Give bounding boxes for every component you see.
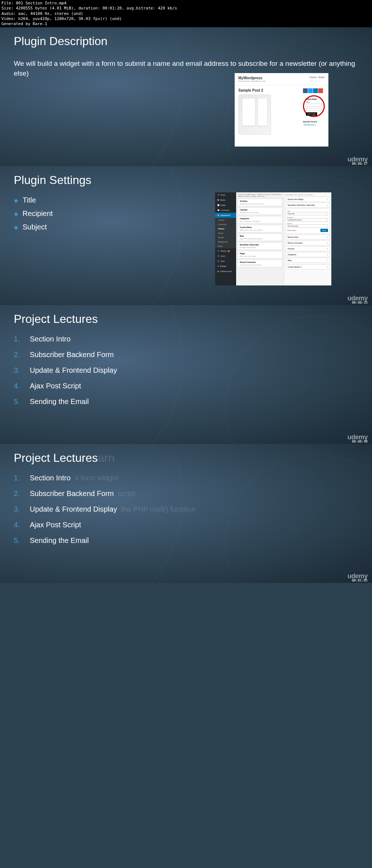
meta-file: File: 001 Section Intro.mp4 [1, 1, 371, 6]
lecture-item: Update & Frontend Display the PHP mail()… [14, 505, 372, 513]
google-plus-icon [318, 88, 323, 93]
menu-tools: 🔧 Tools [215, 259, 236, 264]
sidebar-widgets-column: Add widgets here to appear in your sideb… [284, 192, 332, 285]
ghost-text: the PHP mail() function [121, 505, 195, 513]
social-icons [303, 88, 325, 93]
menu-todos: 📌 Todos [215, 192, 236, 197]
linkedin-icon [313, 88, 318, 93]
subscribe-widget-highlighted: SUBSCRIBE! Name SUBSCRIBE [303, 95, 325, 117]
post-title: Sample Post 2 [238, 88, 299, 92]
wordpress-frontend-thumbnail: Home Todos MyWordpress Just another Word… [235, 73, 328, 147]
zone-categories: Categories▾ [286, 252, 330, 257]
recent-posts-heading: RECENT POSTS • Sample Post 2 [303, 119, 325, 126]
meta-gen: Generated by Rare-1 [1, 21, 371, 27]
lecture-item: Sending the Email [14, 536, 372, 545]
slide-plugin-description: Plugin Description We will build a widge… [0, 27, 372, 166]
zone-hint: Add widgets here to appear in your sideb… [286, 194, 330, 196]
menu-users: 👤 Users [215, 253, 236, 259]
facebook-icon [303, 88, 308, 93]
file-metadata: File: 001 Section Intro.mp4 Size: 420055… [0, 0, 372, 27]
admin-sidebar: 📌 Todos 🖼 Media 📄 Pages 💬 Comments 🎨 App… [215, 192, 236, 285]
widgets-hint: To activate a widget drag it to a sideba… [238, 194, 282, 197]
title-input [287, 212, 328, 215]
meta-video: Video: h264, yuv420p, 1280x720, 30.03 fp… [1, 16, 371, 21]
menu-collapse: ◀ Collapse menu [215, 269, 236, 274]
lecture-item: Update & Frontend Display [14, 366, 372, 375]
recent-post-link: • Sample Post 2 [303, 124, 325, 126]
lecture-item: Subscriber Backend Form script [14, 489, 372, 498]
menu-comments: 💬 Comments [215, 208, 236, 213]
save-button: Save [320, 229, 328, 232]
submenu-customize: Customize [215, 222, 236, 227]
video-timestamp: 00:00:33 [352, 301, 368, 304]
ghost-text: script [118, 489, 135, 498]
slide-plugin-settings: Plugin Settings Title Recipient Subject … [0, 166, 372, 305]
zone-social-links: Social Links Widget▾ [286, 197, 330, 202]
submenu-background: Background [215, 240, 236, 244]
lecture-item: Sending the Email [14, 397, 372, 406]
recipient-input [287, 218, 328, 221]
meta-audio: Audio: aac, 44100 Hz, stereo (und) [1, 11, 371, 16]
widget-meta: MetaLogin, RSS, & WordPress.org links. [238, 233, 282, 241]
widget-pages: PagesA list of your site's Pages. [238, 251, 282, 259]
name-input [306, 104, 322, 107]
widget-calendar: CalendarA calendar of your site's Posts. [238, 207, 282, 215]
slide-project-lectures-transition: Project Lecturesarn Section Intro a form… [0, 444, 372, 583]
subscribe-button: SUBSCRIBE [306, 112, 317, 116]
submenu-widgets: Widgets [215, 227, 236, 231]
lecture-item: Section Intro [14, 335, 372, 343]
lecture-item: Ajax Post Script [14, 521, 372, 529]
zone-recent-comments: Recent Comments▾ [286, 240, 330, 245]
menu-settings: ⚙ Settings [215, 264, 236, 269]
lectures-list: Section Intro Subscriber Backend Form Up… [0, 326, 372, 406]
slide-title: Project Lectures [0, 305, 372, 326]
zone-content-bottom: Content Bottom 1▾ [286, 264, 330, 269]
available-widgets-column: To activate a widget drag it to a sideba… [236, 192, 284, 285]
widget-archives: ArchivesA monthly archive of your site's… [238, 199, 282, 206]
submenu-themes: Themes [215, 218, 236, 222]
delete-link: Delete | Close [287, 229, 296, 231]
subject-input [287, 224, 328, 228]
menu-appearance: 🎨 Appearance [215, 213, 236, 218]
subscribe-heading: SUBSCRIBE! [306, 98, 322, 100]
lectures-list: Section Intro a form widget Subscriber B… [0, 465, 372, 545]
nav-todos: Todos [318, 76, 325, 79]
nav-home: Home [310, 76, 317, 79]
slide-project-lectures: Project Lectures Section Intro Subscribe… [0, 305, 372, 444]
name-label: Name [306, 101, 322, 103]
slide-title: Plugin Description [0, 27, 372, 48]
meta-size: Size: 4200555 bytes (4.01 MiB), duration… [1, 6, 371, 11]
menu-plugins: 🔌 Plugins 1 [215, 248, 236, 253]
submenu-header: Header [215, 235, 236, 240]
widget-custom-menu: Custom MenuAdd a custom menu to your sid… [238, 225, 282, 232]
slide-title: Plugin Settings [0, 166, 372, 187]
zone-meta: Meta▾ [286, 258, 330, 263]
menu-pages: 📄 Pages [215, 203, 236, 208]
video-timestamp: 00:01:05 [352, 579, 368, 582]
submenu-editor: Editor [215, 244, 236, 248]
email-input [306, 108, 322, 111]
slide-title: Project Lecturesarn [0, 444, 372, 465]
menu-media: 🖼 Media [215, 197, 236, 203]
ghost-text: a form widget [74, 474, 118, 482]
video-timestamp: 00:00:48 [352, 440, 368, 443]
lecture-item: Subscriber Backend Form [14, 351, 372, 359]
widget-newsletter-subscriber: Newsletter SubscriberA simple email subs… [238, 242, 282, 250]
post-image-phones [238, 95, 271, 135]
widget-categories: CategoriesA list or dropdown of categori… [238, 216, 282, 224]
zone-archives: Archives▾ [286, 246, 330, 251]
twitter-icon [308, 88, 313, 93]
lecture-item: Ajax Post Script [14, 382, 372, 390]
video-timestamp: 00:00:17 [352, 162, 368, 165]
zone-newsletter-title: Newsletter Subscriber: Subscriber▴ [286, 203, 330, 208]
site-tagline: Just another WordPress site [238, 80, 325, 82]
widget-recent-comments: Recent CommentsYour site's most recent c… [238, 260, 282, 267]
zone-newsletter-expanded: Title: Recipient: Subject: Delete | Clos… [286, 208, 330, 234]
submenu-menus: Menus [215, 231, 236, 235]
lecture-item: Section Intro a form widget [14, 474, 372, 482]
zone-recent-posts: Recent Posts▾ [286, 235, 330, 240]
ghost-title-suffix: arn [98, 451, 114, 464]
wordpress-admin-thumbnail: 📌 Todos 🖼 Media 📄 Pages 💬 Comments 🎨 App… [215, 192, 331, 285]
